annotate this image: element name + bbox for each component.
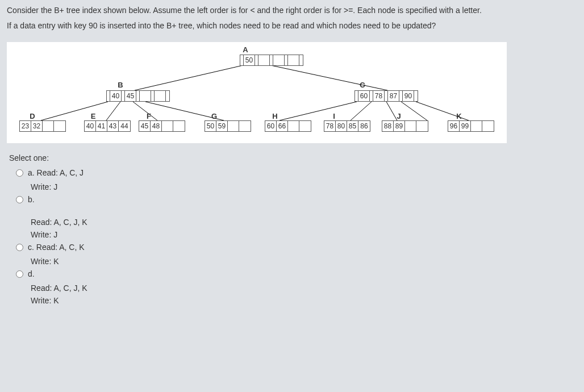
node-d: 23 32 <box>19 120 66 132</box>
svg-line-1 <box>268 65 387 90</box>
node-j: 88 89 <box>382 120 428 132</box>
svg-line-2 <box>41 102 108 120</box>
option-a-sub: Write: J <box>31 182 577 191</box>
option-b[interactable]: b. <box>16 195 577 207</box>
option-a[interactable]: a. Read: A, C, J <box>16 168 577 181</box>
option-c-label: c. Read: A, C, K <box>28 243 85 252</box>
node-label-a: A <box>243 45 248 54</box>
node-g: 50 59 <box>205 120 251 132</box>
node-label-k: K <box>456 112 461 120</box>
node-label-f: F <box>147 112 151 120</box>
node-i: 78 80 85 86 <box>324 120 370 132</box>
node-label-g: G <box>211 112 217 120</box>
node-b: 40 45 <box>106 90 170 102</box>
option-b-sub1: Read: A, C, J, K <box>31 218 577 227</box>
option-d-label: d. <box>28 269 35 278</box>
node-f: 45 48 <box>139 120 185 132</box>
option-a-label: a. Read: A, C, J <box>28 168 84 177</box>
node-label-e: E <box>91 112 96 120</box>
svg-line-4 <box>133 102 157 120</box>
node-c: 60 78 87 90 <box>354 90 418 102</box>
node-label-j: J <box>397 112 401 120</box>
node-k: 96 99 <box>448 120 494 132</box>
node-h: 60 66 <box>265 120 311 132</box>
option-d[interactable]: d. <box>16 269 577 282</box>
option-b-label: b. <box>28 195 35 204</box>
svg-line-8 <box>386 102 397 120</box>
svg-line-7 <box>351 102 372 120</box>
svg-line-9 <box>401 102 427 120</box>
answers-block: Select one: a. Read: A, C, J Write: J b.… <box>7 153 577 305</box>
radio-a[interactable] <box>16 169 23 177</box>
node-e: 40 41 43 44 <box>84 120 131 132</box>
node-label-h: H <box>272 112 277 120</box>
svg-line-6 <box>280 102 357 120</box>
radio-c[interactable] <box>16 244 23 251</box>
node-label-b: B <box>118 81 123 89</box>
svg-line-0 <box>135 65 245 90</box>
node-label-i: I <box>333 112 335 120</box>
node-label-c: C <box>360 81 365 89</box>
question-line-1: Consider the B+ tree index shown below. … <box>7 5 577 16</box>
option-b-sub2: Write: J <box>31 230 577 239</box>
btree-diagram: A 50 B 40 45 C 60 78 87 90 D <box>7 42 507 143</box>
answers-prompt: Select one: <box>9 153 577 162</box>
node-label-d: D <box>30 112 35 120</box>
question-line-2: If a data entry with key 90 is inserted … <box>7 20 577 32</box>
option-d-sub2: Write: K <box>31 296 577 305</box>
option-c-sub: Write: K <box>31 257 577 266</box>
option-d-sub1: Read: A, C, J, K <box>31 283 577 293</box>
radio-b[interactable] <box>16 196 23 203</box>
option-c[interactable]: c. Read: A, C, K <box>16 243 577 255</box>
radio-d[interactable] <box>16 270 23 278</box>
svg-line-3 <box>106 102 120 120</box>
node-a: 50 <box>240 55 303 66</box>
